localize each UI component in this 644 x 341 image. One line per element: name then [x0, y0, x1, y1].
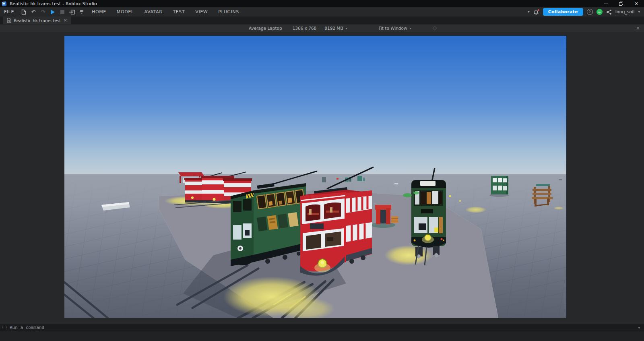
roblox-studio-logo-icon [2, 1, 6, 6]
undo-icon: ↶ [31, 9, 36, 14]
stop-button[interactable] [58, 7, 67, 17]
tab-close-icon[interactable]: × [63, 18, 67, 23]
memory-chevron-icon[interactable]: ▾ [346, 27, 347, 30]
minimize-icon [604, 4, 608, 4]
roblox-studio-window: Realistic hk trams test - Roblox Studio … [0, 0, 644, 341]
command-history-chevron-icon[interactable]: ▾ [638, 326, 644, 330]
place-tab[interactable]: Realistic hk trams test × [3, 17, 71, 24]
minimize-button[interactable] [598, 0, 613, 7]
redo-icon: ↷ [41, 9, 45, 14]
window-title: Realistic hk trams test - Roblox Studio [10, 1, 97, 6]
viewport-dock-area [0, 32, 644, 324]
rotate-device-icon[interactable] [431, 25, 438, 31]
document-tab-bar: Realistic hk trams test × [0, 17, 644, 24]
insert-button[interactable] [67, 7, 77, 17]
title-bar: Realistic hk trams test - Roblox Studio … [0, 0, 644, 7]
device-label[interactable]: Average Laptop [249, 26, 282, 31]
new-place-button[interactable] [19, 7, 29, 17]
collaborate-button[interactable]: Collaborate [543, 8, 583, 16]
status-indicator[interactable] [597, 9, 603, 15]
customize-toolbar-button[interactable] [77, 7, 87, 17]
notifications-button[interactable] [533, 9, 539, 15]
tab-model[interactable]: MODEL [111, 9, 139, 14]
bottom-dock-strip [0, 331, 644, 341]
memory-dropdown[interactable]: 8192 MB [324, 26, 343, 31]
place-file-icon [7, 18, 11, 23]
restore-icon [619, 2, 623, 6]
share-icon[interactable] [606, 9, 612, 15]
ribbon-collapse-button[interactable]: ▾ [528, 10, 530, 14]
emulation-close-button[interactable]: × [636, 25, 640, 32]
tab-home[interactable]: HOME [87, 9, 111, 14]
resolution-label[interactable]: 1366 x 768 [293, 26, 317, 31]
username-label[interactable]: long_soil [615, 9, 635, 14]
tab-avatar[interactable]: AVATAR [139, 9, 168, 14]
insert-icon [69, 10, 75, 14]
status-dash-icon [598, 12, 601, 12]
new-file-icon [21, 9, 26, 15]
tab-test[interactable]: TEST [168, 9, 190, 14]
redo-button[interactable]: ↷ [38, 7, 48, 17]
file-menu[interactable]: FILE [0, 9, 19, 14]
fit-dropdown[interactable]: Fit to Window [379, 26, 407, 31]
play-button[interactable] [48, 7, 58, 17]
place-tab-label: Realistic hk trams test [14, 18, 61, 23]
notification-badge [537, 9, 540, 11]
close-button[interactable]: × [629, 0, 644, 7]
help-button[interactable]: ? [587, 9, 593, 15]
customize-toolbar-icon [80, 10, 84, 14]
sky [64, 36, 566, 177]
game-viewport[interactable] [64, 36, 566, 318]
drag-handle-icon[interactable]: ⋮⋮ [0, 325, 10, 330]
tram-side-panel [489, 176, 509, 197]
command-bar: ⋮⋮ ▾ [0, 324, 644, 331]
window-controls: × [598, 0, 644, 7]
fit-chevron-icon[interactable]: ▾ [410, 27, 411, 30]
command-input[interactable] [10, 325, 638, 330]
tram-scene [64, 36, 566, 318]
restore-button[interactable] [613, 0, 629, 7]
device-emulation-bar: Average Laptop 1366 x 768 8192 MB ▾ Fit … [0, 24, 644, 32]
play-icon [51, 10, 55, 14]
tab-view[interactable]: VIEW [190, 9, 213, 14]
tab-plugins[interactable]: PLUGINS [213, 9, 244, 14]
question-icon: ? [589, 10, 591, 14]
menu-bar: FILE ↶ ↷ HOME MODEL AVATAR TEST VIEW [0, 7, 644, 17]
stop-icon [60, 10, 64, 14]
emulation-controls: Average Laptop 1366 x 768 8192 MB ▾ Fit … [249, 25, 438, 32]
undo-button[interactable]: ↶ [29, 7, 38, 17]
user-menu-chevron[interactable]: ▾ [638, 10, 640, 14]
menubar-right-cluster: ▾ Collaborate ? long_soil ▾ [528, 8, 644, 16]
